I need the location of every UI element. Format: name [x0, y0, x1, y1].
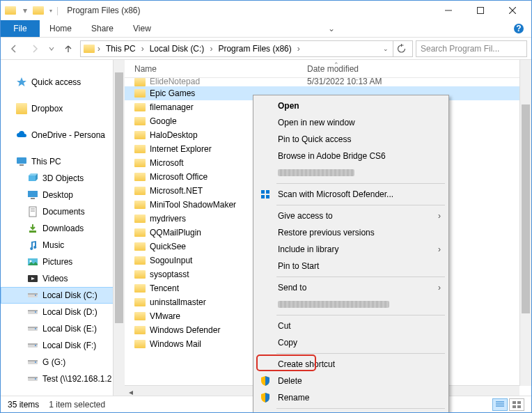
menu-browse-bridge[interactable]: Browse in Adobe Bridge CS6	[256, 148, 446, 164]
sort-indicator-icon: ⌃	[334, 61, 339, 68]
chevron-right-icon: ›	[438, 244, 441, 254]
folder-icon	[134, 89, 146, 98]
up-button[interactable]	[59, 40, 77, 58]
menu-pin-quick-access[interactable]: Pin to Quick access	[256, 131, 446, 148]
nav-scrollbar[interactable]	[113, 60, 125, 397]
menu-send-to[interactable]: Send to›	[256, 279, 446, 296]
svg-rect-34	[28, 377, 38, 378]
svg-point-32	[35, 361, 36, 363]
nav-item[interactable]: Local Disk (C:)	[1, 287, 125, 304]
recent-button[interactable]	[47, 40, 56, 58]
navigation-pane[interactable]: Quick access Dropbox OneDrive - Persona …	[1, 60, 125, 397]
column-name[interactable]: Name	[134, 64, 307, 74]
svg-rect-19	[28, 293, 38, 295]
nav-item[interactable]: G (G:)	[1, 354, 125, 371]
chevron-right-icon[interactable]: ›	[208, 44, 214, 54]
svg-rect-25	[28, 327, 38, 328]
menu-open-new-window[interactable]: Open in new window	[256, 114, 446, 131]
details-view-button[interactable]	[492, 398, 508, 411]
menu-include-library[interactable]: Include in library›	[256, 241, 446, 258]
help-icon[interactable]: ?	[513, 20, 524, 37]
folder-icon	[134, 312, 146, 320]
menu-open[interactable]: Open	[256, 98, 446, 114]
nav-item[interactable]: Downloads	[1, 220, 125, 237]
main-scrollbar[interactable]	[519, 60, 531, 386]
nav-item[interactable]: Videos	[1, 270, 125, 287]
svg-rect-22	[28, 310, 38, 311]
back-button[interactable]	[5, 40, 23, 58]
qat-dropdown-icon[interactable]: ▾	[49, 8, 52, 14]
menu-separator	[276, 276, 445, 277]
nav-item[interactable]: Music	[1, 237, 125, 254]
svg-point-29	[35, 345, 36, 346]
folder-icon	[134, 187, 146, 195]
share-tab[interactable]: Share	[81, 20, 123, 37]
chevron-right-icon[interactable]: ›	[140, 44, 146, 54]
refresh-button[interactable]	[393, 41, 409, 56]
chevron-right-icon[interactable]: ›	[96, 44, 102, 54]
svg-point-16	[30, 260, 32, 263]
svg-rect-41	[513, 405, 516, 408]
folder-icon	[134, 284, 146, 293]
chevron-right-icon[interactable]: ›	[296, 44, 302, 54]
nav-item[interactable]: Local Disk (E:)	[1, 320, 125, 337]
nav-item[interactable]: Local Disk (D:)	[1, 304, 125, 320]
nav-this-pc[interactable]: This PC	[1, 153, 125, 170]
menu-scan-defender[interactable]: Scan with Microsoft Defender...	[256, 186, 446, 203]
shield-icon	[260, 189, 271, 200]
shield-icon	[260, 375, 271, 387]
breadcrumb-segment[interactable]: This PC	[103, 44, 139, 54]
menu-cut[interactable]: Cut	[256, 318, 446, 334]
nav-item[interactable]: Local Disk (F:)	[1, 337, 125, 354]
shield-icon	[260, 392, 271, 403]
breadcrumb[interactable]: › This PC › Local Disk (C:) › Program Fi…	[80, 40, 413, 57]
window-title: Program Files (x86)	[67, 6, 140, 15]
folder-icon	[134, 326, 146, 334]
nav-item[interactable]: 3D Objects	[1, 170, 125, 187]
svg-rect-11	[29, 207, 36, 217]
file-tab[interactable]: File	[1, 20, 40, 37]
svg-rect-7	[19, 164, 24, 166]
nav-item[interactable]: Desktop	[1, 187, 125, 203]
menu-rename[interactable]: Rename	[256, 389, 446, 406]
forward-button[interactable]	[26, 40, 44, 58]
nav-onedrive[interactable]: OneDrive - Persona	[1, 127, 125, 143]
menu-pin-start[interactable]: Pin to Start	[256, 258, 446, 274]
home-tab[interactable]: Home	[40, 20, 81, 37]
svg-text:?: ?	[516, 24, 521, 33]
nav-item[interactable]: Documents	[1, 203, 125, 220]
menu-create-shortcut[interactable]: Create shortcut	[256, 356, 446, 373]
menu-restore-versions[interactable]: Restore previous versions	[256, 224, 446, 241]
close-button[interactable]	[496, 1, 529, 20]
nav-quick-access[interactable]: Quick access	[1, 74, 125, 91]
breadcrumb-segment[interactable]: Program Files (x86)	[215, 44, 294, 54]
column-headers[interactable]: ⌃ Name Date modified	[125, 60, 531, 78]
nav-dropbox[interactable]: Dropbox	[1, 100, 125, 117]
menu-delete[interactable]: Delete	[256, 373, 446, 389]
menu-separator	[276, 183, 445, 184]
folder-icon	[134, 228, 146, 237]
view-tab[interactable]: View	[123, 20, 161, 37]
nav-icon	[27, 256, 38, 267]
svg-rect-14	[29, 231, 36, 233]
ribbon-expand-icon[interactable]: ⌄	[328, 20, 335, 37]
menu-give-access[interactable]: Give access to›	[256, 208, 446, 224]
folder-icon	[134, 131, 146, 139]
menu-item-redacted[interactable]	[256, 164, 446, 181]
search-input[interactable]: Search Program Fil...	[416, 40, 527, 57]
menu-item-redacted[interactable]	[256, 296, 446, 313]
menu-copy[interactable]: Copy	[256, 334, 446, 351]
thumbnails-view-button[interactable]	[509, 398, 524, 411]
search-placeholder: Search Program Fil...	[421, 44, 499, 54]
folder-icon	[134, 117, 146, 125]
context-menu: Open Open in new window Pin to Quick acc…	[253, 95, 449, 413]
nav-item[interactable]: Test (\\192.168.1.2	[1, 371, 125, 387]
folder-icon	[134, 270, 146, 279]
breadcrumb-segment[interactable]: Local Disk (C:)	[147, 44, 208, 54]
nav-item[interactable]: Pictures	[1, 254, 125, 270]
minimize-button[interactable]	[432, 1, 464, 20]
qat-save-icon[interactable]: ▾	[23, 6, 27, 15]
breadcrumb-dropdown-icon[interactable]: ⌄	[383, 45, 389, 52]
file-row[interactable]: ElideNotepad 5/31/2022 10:13 AM	[125, 78, 531, 86]
maximize-button[interactable]	[464, 1, 496, 20]
